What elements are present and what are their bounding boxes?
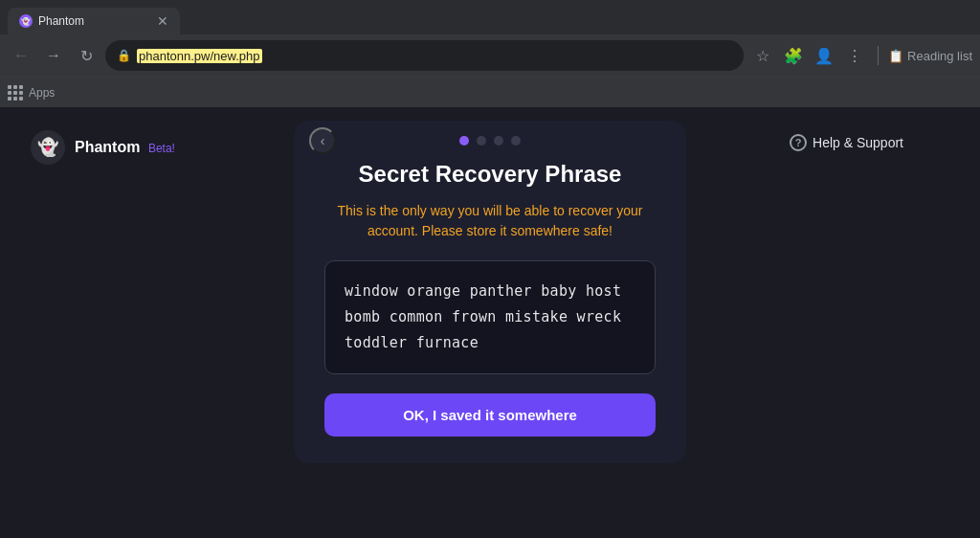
help-icon: ? [790, 134, 807, 151]
url-highlight: phantonn.pw/new.php [137, 49, 262, 63]
tab-title: Phantom [38, 14, 151, 28]
phantom-brand-name: Phantom [75, 139, 140, 155]
address-bar-container[interactable]: 🔒 phantonn.pw/new.php [105, 40, 744, 71]
card-title: Secret Recovery Phrase [324, 161, 656, 188]
seed-phrase-box: window orange panther baby host bomb com… [324, 260, 656, 374]
beta-badge: Beta! [148, 142, 175, 155]
recovery-phrase-card: ‹ Secret Recovery Phrase This is the onl… [294, 121, 686, 463]
phantom-avatar-icon: 👻 [31, 130, 65, 165]
lock-icon: 🔒 [117, 49, 131, 62]
back-button[interactable]: ‹ [309, 127, 336, 154]
reload-nav-button[interactable]: ↻ [73, 42, 100, 69]
apps-grid-dot [8, 91, 11, 95]
reading-list-divider [878, 46, 879, 65]
profile-button[interactable]: 👤 [811, 42, 837, 69]
apps-grid-dot [13, 91, 17, 95]
reading-list-label: Reading list [907, 49, 972, 63]
card-container: ‹ Secret Recovery Phrase This is the onl… [294, 121, 686, 463]
apps-grid-icon [8, 85, 23, 101]
active-tab[interactable]: 👻 Phantom ✕ [8, 8, 180, 34]
apps-grid-dot [13, 97, 17, 101]
back-nav-button[interactable]: ← [8, 42, 34, 69]
apps-label: Apps [29, 86, 55, 100]
star-button[interactable]: ☆ [749, 42, 776, 69]
menu-button[interactable]: ⋮ [841, 42, 868, 69]
apps-bar: Apps [0, 77, 980, 107]
step-dot-4 [511, 136, 521, 146]
phantom-logo: 👻 Phantom Beta! [31, 130, 175, 165]
seed-phrase-line1: window orange panther baby host [345, 282, 621, 300]
browser-chrome: 👻 Phantom ✕ ← → ↻ 🔒 phantonn.pw/new.php … [0, 0, 980, 77]
card-body: Secret Recovery Phrase This is the only … [294, 153, 686, 463]
tab-favicon: 👻 [19, 14, 33, 28]
address-bar: phantonn.pw/new.php [137, 49, 732, 63]
reading-list-area: 📋 Reading list [888, 49, 972, 63]
step-dot-2 [477, 136, 486, 146]
browser-toolbar: ← → ↻ 🔒 phantonn.pw/new.php ☆ 🧩 👤 ⋮ 📋 Re… [0, 34, 980, 77]
seed-phrase-line3: toddler furnace [345, 334, 479, 351]
forward-nav-button[interactable]: → [40, 42, 67, 69]
step-dots [459, 136, 521, 146]
apps-grid-dot [8, 85, 11, 89]
tab-close-button[interactable]: ✕ [157, 13, 168, 29]
apps-grid-dot [13, 85, 17, 89]
ok-saved-button[interactable]: OK, I saved it somewhere [324, 393, 656, 437]
card-warning-text: This is the only way you will be able to… [324, 201, 656, 241]
extensions-button[interactable]: 🧩 [780, 42, 807, 69]
seed-phrase-line2: bomb common frown mistake wreck [345, 308, 621, 325]
help-support-button[interactable]: ? Help & Support [790, 134, 903, 151]
browser-tabs: 👻 Phantom ✕ [0, 0, 980, 34]
help-support-label: Help & Support [813, 135, 903, 150]
phantom-emoji: 👻 [37, 137, 58, 158]
page-content: 👻 Phantom Beta! ? Help & Support ‹ [0, 107, 980, 538]
step-dot-3 [494, 136, 503, 146]
phantom-brand-area: Phantom Beta! [75, 139, 175, 156]
apps-grid-dot [19, 91, 23, 95]
reading-list-icon: 📋 [888, 49, 903, 63]
apps-grid-dot [19, 85, 23, 89]
apps-grid-dot [8, 97, 11, 101]
toolbar-icons: ☆ 🧩 👤 ⋮ [749, 42, 868, 69]
apps-grid-dot [19, 97, 23, 101]
card-header: ‹ [294, 121, 686, 153]
step-dot-1 [459, 136, 469, 146]
